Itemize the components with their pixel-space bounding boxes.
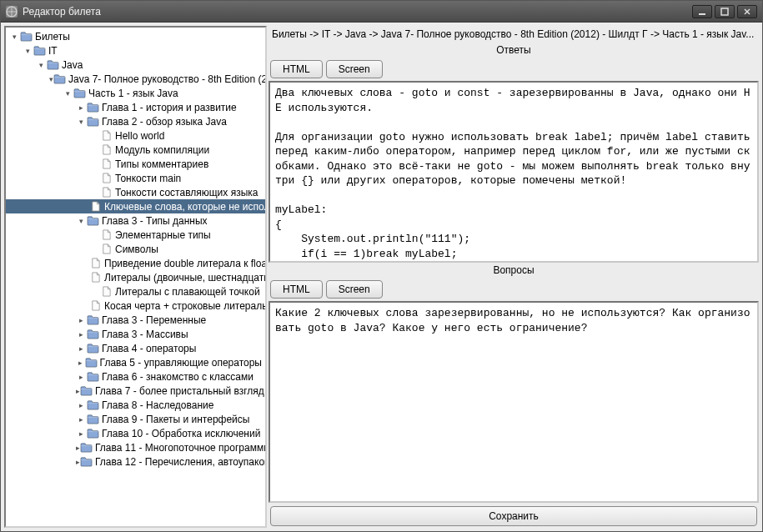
tree-node-label: Глава 8 - Наследование <box>102 399 213 411</box>
questions-screen-button[interactable]: Screen <box>326 280 383 299</box>
tree-node-label: Глава 2 - обзор языка Java <box>102 116 227 128</box>
ticket-tree[interactable]: ▾Билеты▾IT▾Java▾Java 7- Полное руководст… <box>6 28 265 470</box>
expand-arrow-closed-icon[interactable]: ▸ <box>76 344 86 353</box>
tree-node[interactable]: Приведение double литерала к float <box>6 256 265 270</box>
titlebar[interactable]: Редактор билета <box>1 1 762 23</box>
tree-node[interactable]: Косая черта + строковые литералы <box>6 299 265 313</box>
minimize-button[interactable] <box>692 5 712 18</box>
tree-node[interactable]: ▸Глава 8 - Наследование <box>6 398 265 412</box>
answers-html-button[interactable]: HTML <box>270 60 323 78</box>
tree-node[interactable]: ▸Глава 11 - Многопоточное программирован… <box>6 440 265 454</box>
file-icon <box>89 201 102 213</box>
expand-arrow-open-icon[interactable]: ▾ <box>9 33 19 41</box>
tree-node-label: IT <box>48 45 58 57</box>
questions-textarea[interactable]: Какие 2 ключевых слова зарезервированны,… <box>269 301 759 503</box>
tree-node-label: Глава 12 - Перечисления, автоупаковка <box>95 456 267 468</box>
tree-node[interactable]: ▸Глава 12 - Перечисления, автоупаковка <box>6 454 265 469</box>
folder-icon <box>19 31 33 43</box>
tree-node-label: Символы <box>115 243 158 255</box>
tree-node[interactable]: ▸Глава 5 - управляющие операторы <box>6 355 265 369</box>
folder-icon <box>86 314 99 326</box>
tree-panel: ▾Билеты▾IT▾Java▾Java 7- Полное руководст… <box>4 26 267 528</box>
tree-node[interactable]: ▾Часть 1 - язык Java <box>6 86 265 100</box>
expand-arrow-open-icon[interactable]: ▾ <box>76 217 86 225</box>
main-area: ▾Билеты▾IT▾Java▾Java 7- Полное руководст… <box>1 23 762 531</box>
tree-node[interactable]: ▸Глава 3 - Переменные <box>6 313 265 327</box>
tree-node[interactable]: Символы <box>6 242 265 256</box>
file-icon <box>89 258 102 269</box>
tree-node[interactable]: Hello world <box>6 128 265 143</box>
tree-node-label: Глава 3 - Переменные <box>102 314 206 326</box>
tree-node[interactable]: ▾Глава 2 - обзор языка Java <box>6 114 265 128</box>
questions-html-button[interactable]: HTML <box>270 280 323 299</box>
tree-node[interactable]: Литералы (двоичные, шестнадцатиричные) <box>6 270 265 284</box>
tree-node[interactable]: ▸Глава 7 - более пристальный взгляд <box>6 384 265 398</box>
expand-arrow-closed-icon[interactable]: ▸ <box>76 415 86 424</box>
tree-node-label: Глава 4 - операторы <box>102 343 196 354</box>
file-icon <box>99 187 113 198</box>
tree-node[interactable]: Тонкости составляющих языка <box>6 185 265 199</box>
tree-node-label: Ключевые слова, которые не используются <box>104 201 267 213</box>
tree-node-label: Тонкости main <box>115 173 181 184</box>
save-button[interactable]: Сохранить <box>270 506 757 526</box>
tree-node-label: Глава 1 - история и развитие <box>102 102 237 113</box>
expand-arrow-open-icon[interactable]: ▾ <box>23 47 33 55</box>
tree-node[interactable]: ▾IT <box>6 43 265 58</box>
folder-icon <box>86 116 99 128</box>
expand-arrow-open-icon[interactable]: ▾ <box>36 61 46 69</box>
breadcrumb: Билеты -> IT -> Java -> Java 7- Полное р… <box>269 26 759 43</box>
file-icon <box>99 229 113 241</box>
tree-node[interactable]: Ключевые слова, которые не используются <box>6 199 265 213</box>
content-panel: Билеты -> IT -> Java -> Java 7- Полное р… <box>267 23 762 531</box>
maximize-button[interactable] <box>715 5 735 18</box>
expand-arrow-open-icon[interactable]: ▾ <box>63 89 73 98</box>
tree-node[interactable]: Тонкости main <box>6 171 265 185</box>
tree-node[interactable]: ▾Глава 3 - Типы данных <box>6 213 265 228</box>
tree-node[interactable]: ▾Java 7- Полное руководство - 8th Editio… <box>6 72 265 86</box>
tree-node[interactable]: ▸Глава 4 - операторы <box>6 341 265 355</box>
tree-node-label: Часть 1 - язык Java <box>88 88 178 99</box>
tree-node[interactable]: Типы комментариев <box>6 157 265 171</box>
tree-node-label: Глава 11 - Многопоточное программировани… <box>95 442 267 454</box>
folder-icon <box>80 456 93 468</box>
expand-arrow-closed-icon[interactable]: ▸ <box>76 373 86 381</box>
tree-node[interactable]: ▸Глава 10 - Обработка исключений <box>6 426 265 440</box>
file-icon <box>99 243 113 255</box>
tree-node[interactable]: ▾Билеты <box>6 29 265 43</box>
tree-node-label: Глава 7 - более пристальный взгляд <box>95 385 264 397</box>
tree-node-label: Литералы с плавающей точкой <box>115 286 260 298</box>
tree-node-label: Билеты <box>35 31 70 43</box>
tree-node[interactable]: ▸Глава 1 - история и развитие <box>6 100 265 114</box>
tree-node-label: Hello world <box>115 130 164 142</box>
expand-arrow-closed-icon[interactable]: ▸ <box>76 429 86 438</box>
expand-arrow-closed-icon[interactable]: ▸ <box>76 401 86 409</box>
expand-arrow-closed-icon[interactable]: ▸ <box>76 103 86 112</box>
tree-node[interactable]: Литералы с плавающей точкой <box>6 284 265 299</box>
tree-node-label: Глава 6 - знакомство с классами <box>102 371 253 383</box>
expand-arrow-open-icon[interactable]: ▾ <box>76 118 86 126</box>
tree-node[interactable]: ▸Глава 6 - знакомство с классами <box>6 369 265 384</box>
tree-node[interactable]: ▸Глава 9 - Пакеты и интерфейсы <box>6 412 265 426</box>
close-button[interactable] <box>737 5 757 18</box>
app-window: Редактор билета ▾Билеты▾IT▾Java▾Java 7- … <box>0 0 763 532</box>
expand-arrow-closed-icon[interactable]: ▸ <box>76 359 85 367</box>
expand-arrow-closed-icon[interactable]: ▸ <box>76 316 86 324</box>
tree-node-label: Глава 10 - Обработка исключений <box>102 428 260 439</box>
answers-toolbar: HTML Screen <box>269 58 759 81</box>
expand-arrow-closed-icon[interactable]: ▸ <box>76 330 86 339</box>
tree-node[interactable]: ▸Глава 3 - Массивы <box>6 327 265 341</box>
tree-node[interactable]: ▾Java <box>6 58 265 72</box>
file-icon <box>99 158 113 170</box>
tree-node[interactable]: Элементарные типы <box>6 228 265 242</box>
file-icon <box>99 130 113 142</box>
answers-textarea[interactable]: Два ключевых слова - goto и const - заре… <box>269 81 759 263</box>
folder-icon <box>33 45 46 57</box>
answers-screen-button[interactable]: Screen <box>326 60 383 78</box>
folder-icon <box>85 357 98 369</box>
file-icon <box>99 286 113 298</box>
tree-node-label: Тонкости составляющих языка <box>115 187 258 198</box>
file-icon <box>89 272 102 284</box>
folder-icon <box>86 215 99 227</box>
window-title: Редактор билета <box>23 6 690 18</box>
tree-node[interactable]: Модуль компиляции <box>6 143 265 157</box>
